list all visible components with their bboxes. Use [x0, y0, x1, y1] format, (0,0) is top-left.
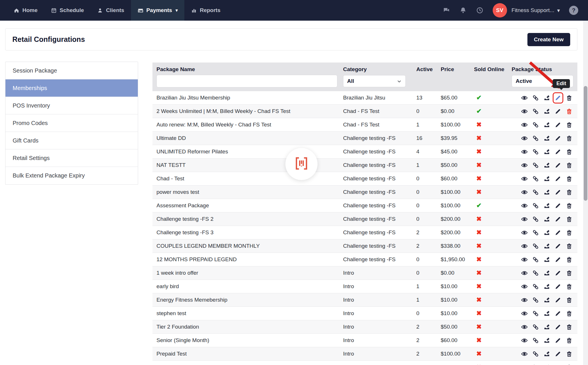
chat-icon[interactable] — [443, 7, 450, 14]
link-icon[interactable] — [532, 121, 539, 128]
view-icon[interactable] — [521, 323, 528, 331]
inbox-arrow-icon[interactable] — [543, 94, 550, 102]
delete-icon[interactable] — [566, 148, 573, 155]
delete-icon[interactable] — [566, 310, 573, 317]
inbox-arrow-icon[interactable] — [543, 121, 550, 128]
delete-icon[interactable] — [566, 202, 573, 209]
link-icon[interactable] — [532, 216, 539, 223]
create-new-button[interactable]: Create New — [527, 33, 570, 46]
edit-icon[interactable] — [554, 189, 562, 196]
inbox-arrow-icon[interactable] — [543, 337, 550, 344]
edit-icon[interactable] — [554, 162, 562, 169]
edit-icon[interactable] — [554, 310, 562, 317]
view-icon[interactable] — [521, 350, 528, 358]
scrollbar-track[interactable] — [583, 21, 588, 365]
nav-item-payments[interactable]: Payments▾ — [131, 0, 184, 21]
delete-icon[interactable] — [566, 256, 573, 263]
scrollbar-thumb[interactable] — [584, 86, 587, 201]
edit-icon[interactable] — [554, 202, 562, 209]
inbox-arrow-icon[interactable] — [543, 216, 550, 223]
view-icon[interactable] — [521, 121, 528, 128]
view-icon[interactable] — [521, 296, 528, 304]
avatar[interactable]: SV — [493, 3, 507, 17]
inbox-arrow-icon[interactable] — [543, 162, 550, 169]
edit-icon[interactable] — [554, 148, 562, 155]
edit-icon[interactable] — [554, 108, 562, 115]
edit-icon[interactable] — [554, 364, 562, 365]
delete-icon[interactable] — [566, 270, 573, 277]
package-name-filter-input[interactable] — [156, 75, 337, 87]
edit-icon[interactable] — [554, 296, 562, 304]
view-icon[interactable] — [521, 202, 528, 209]
edit-icon[interactable] — [554, 337, 562, 344]
edit-icon[interactable] — [554, 350, 562, 358]
delete-icon[interactable] — [566, 337, 573, 344]
delete-icon[interactable] — [566, 162, 573, 169]
inbox-arrow-icon[interactable] — [543, 243, 550, 250]
edit-icon[interactable] — [554, 229, 562, 236]
clock-icon[interactable] — [476, 7, 483, 14]
link-icon[interactable] — [532, 202, 539, 209]
delete-icon[interactable] — [566, 350, 573, 358]
sidebar-item-session-package[interactable]: Session Package — [5, 62, 138, 79]
view-icon[interactable] — [521, 216, 528, 223]
delete-icon[interactable] — [566, 364, 573, 365]
inbox-arrow-icon[interactable] — [543, 323, 550, 331]
delete-icon[interactable] — [566, 121, 573, 128]
link-icon[interactable] — [532, 337, 539, 344]
link-icon[interactable] — [532, 148, 539, 155]
inbox-arrow-icon[interactable] — [543, 310, 550, 317]
link-icon[interactable] — [532, 296, 539, 304]
bell-icon[interactable] — [459, 7, 467, 14]
link-icon[interactable] — [532, 175, 539, 182]
inbox-arrow-icon[interactable] — [543, 350, 550, 358]
nav-item-clients[interactable]: Clients — [90, 0, 131, 21]
link-icon[interactable] — [532, 310, 539, 317]
barcode-scan-widget[interactable] — [285, 148, 318, 180]
nav-item-reports[interactable]: Reports — [184, 0, 227, 21]
view-icon[interactable] — [521, 108, 528, 115]
link-icon[interactable] — [532, 243, 539, 250]
inbox-arrow-icon[interactable] — [543, 283, 550, 290]
view-icon[interactable] — [521, 256, 528, 263]
inbox-arrow-icon[interactable] — [543, 270, 550, 277]
view-icon[interactable] — [521, 175, 528, 182]
inbox-arrow-icon[interactable] — [543, 189, 550, 196]
link-icon[interactable] — [532, 323, 539, 331]
view-icon[interactable] — [521, 162, 528, 169]
delete-icon[interactable] — [566, 243, 573, 250]
link-icon[interactable] — [532, 135, 539, 142]
link-icon[interactable] — [532, 189, 539, 196]
view-icon[interactable] — [521, 229, 528, 236]
inbox-arrow-icon[interactable] — [543, 108, 550, 115]
delete-icon[interactable] — [566, 94, 573, 102]
view-icon[interactable] — [521, 243, 528, 250]
delete-icon[interactable] — [566, 323, 573, 331]
edit-icon[interactable] — [554, 270, 562, 277]
sidebar-item-bulk-extend-package-expiry[interactable]: Bulk Extend Package Expiry — [5, 167, 138, 184]
link-icon[interactable] — [532, 108, 539, 115]
delete-icon[interactable] — [566, 108, 573, 115]
view-icon[interactable] — [521, 135, 528, 142]
view-icon[interactable] — [521, 283, 528, 290]
view-icon[interactable] — [521, 148, 528, 155]
sidebar-item-retail-settings[interactable]: Retail Settings — [5, 149, 138, 167]
view-icon[interactable] — [521, 189, 528, 196]
delete-icon[interactable] — [566, 296, 573, 304]
inbox-arrow-icon[interactable] — [543, 135, 550, 142]
edit-icon[interactable] — [554, 256, 562, 263]
edit-icon[interactable] — [554, 175, 562, 182]
delete-icon[interactable] — [566, 229, 573, 236]
link-icon[interactable] — [532, 162, 539, 169]
inbox-arrow-icon[interactable] — [543, 364, 550, 365]
inbox-arrow-icon[interactable] — [543, 148, 550, 155]
delete-icon[interactable] — [566, 175, 573, 182]
edit-icon[interactable] — [554, 94, 562, 102]
edit-icon[interactable] — [554, 243, 562, 250]
link-icon[interactable] — [532, 270, 539, 277]
inbox-arrow-icon[interactable] — [543, 256, 550, 263]
inbox-arrow-icon[interactable] — [543, 202, 550, 209]
view-icon[interactable] — [521, 270, 528, 277]
delete-icon[interactable] — [566, 216, 573, 223]
edit-icon[interactable] — [554, 283, 562, 290]
